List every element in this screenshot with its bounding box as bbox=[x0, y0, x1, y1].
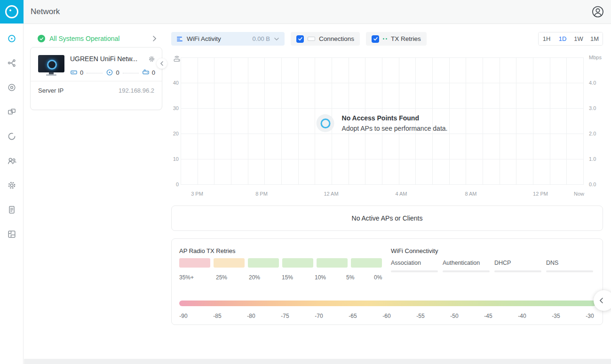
wifi-activity-value: 0.00 B bbox=[252, 35, 270, 42]
range-1m-button[interactable]: 1M bbox=[587, 32, 603, 45]
activity-bars-icon bbox=[177, 37, 183, 41]
tx-bucket-swatch bbox=[214, 258, 245, 268]
empty-state-subtitle: Adopt APs to see performance data. bbox=[342, 125, 448, 132]
no-active-banner-text: No Active APs or Clients bbox=[352, 214, 423, 222]
connectivity-column-dhcp: DHCP bbox=[494, 260, 541, 272]
server-ip-label: Server IP bbox=[38, 87, 63, 94]
sidebar-item-settings[interactable] bbox=[7, 181, 16, 190]
tx-retries-legend-title: AP Radio TX Retries bbox=[179, 247, 235, 254]
connections-series-swatch bbox=[308, 37, 315, 41]
rssi-scale-labels: -90 -85 -80 -75 -70 -65 -60 -55 -50 -45 … bbox=[179, 313, 596, 319]
y-axis-tick: 40 bbox=[171, 80, 179, 86]
system-log-icon bbox=[7, 205, 16, 214]
server-ip-row: Server IP 192.168.96.2 bbox=[31, 81, 162, 100]
connections-checkbox[interactable] bbox=[296, 35, 304, 43]
tx-bucket-label: 10% bbox=[315, 274, 326, 281]
y-axis-tick: 20 bbox=[171, 131, 179, 136]
page-title: Network bbox=[31, 0, 60, 24]
tx-bucket-label: 20% bbox=[249, 274, 260, 281]
gateway-icon bbox=[142, 69, 150, 76]
chevron-down-icon[interactable] bbox=[274, 38, 279, 40]
footer-strip bbox=[24, 359, 611, 364]
connections-toggle[interactable]: Connections bbox=[291, 32, 360, 46]
tx-retries-series-swatch bbox=[383, 38, 387, 40]
console-settings-gear-icon[interactable] bbox=[148, 55, 155, 63]
y-axis-right-tick: 3.0 bbox=[589, 105, 596, 111]
sidebar-item-topology[interactable] bbox=[7, 58, 16, 68]
console-name: UGREEN UniFi Netw... bbox=[70, 55, 137, 63]
dashboard-icon bbox=[7, 34, 16, 43]
tx-bucket-label: 15% bbox=[282, 274, 293, 281]
panel-collapse-button[interactable] bbox=[157, 58, 167, 69]
topbar: Network bbox=[0, 0, 611, 24]
tx-bucket-swatch bbox=[351, 258, 382, 268]
console-info: UGREEN UniFi Netw... 0 bbox=[70, 55, 155, 76]
tx-retries-toggle[interactable]: TX Retries bbox=[366, 32, 427, 46]
unifi-logo-icon bbox=[5, 5, 18, 18]
console-base bbox=[46, 74, 56, 76]
sidebar-item-dashboard[interactable] bbox=[7, 34, 16, 43]
ap-icon bbox=[106, 69, 113, 76]
client-devices-icon bbox=[7, 107, 16, 117]
sidebar-item-unifi-devices[interactable] bbox=[7, 83, 16, 92]
check-icon bbox=[373, 36, 378, 41]
connectivity-progress-track bbox=[443, 270, 490, 272]
rssi-tick: -90 bbox=[179, 313, 187, 319]
ap-counter: 0 bbox=[106, 69, 119, 76]
tx-bucket-swatch bbox=[248, 258, 279, 268]
x-axis-tick: 4 AM bbox=[395, 191, 407, 197]
unifi-devices-icon bbox=[7, 83, 16, 92]
user-avatar-icon[interactable] bbox=[592, 6, 604, 18]
ap-circle-icon bbox=[317, 114, 334, 132]
gateway-counter: 0 bbox=[142, 69, 155, 76]
gateway-count: 0 bbox=[152, 69, 155, 76]
y-axis-right-tick: 2.0 bbox=[589, 131, 596, 136]
x-axis-tick: 12 AM bbox=[324, 191, 338, 197]
status-label: All Systems Operational bbox=[49, 35, 119, 42]
range-1w-button[interactable]: 1W bbox=[571, 32, 587, 45]
sidebar-item-clients[interactable] bbox=[7, 156, 16, 166]
sidebar-item-client-devices[interactable] bbox=[7, 107, 16, 117]
chart-empty-state: No Access Points Found Adopt APs to see … bbox=[317, 114, 448, 132]
console-card[interactable]: UGREEN UniFi Netw... 0 bbox=[30, 47, 162, 110]
system-status-row[interactable]: All Systems Operational bbox=[38, 33, 156, 44]
sidebar-item-system-log[interactable] bbox=[7, 205, 16, 214]
x-axis-tick: 8 PM bbox=[255, 191, 268, 197]
sidebar-item-floorplan[interactable] bbox=[7, 229, 16, 239]
connectivity-label: Authentication bbox=[443, 260, 490, 266]
range-1h-button[interactable]: 1H bbox=[539, 32, 555, 45]
x-axis-tick: 12 PM bbox=[533, 191, 548, 197]
connectivity-progress-track bbox=[391, 270, 438, 272]
no-active-banner: No Active APs or Clients bbox=[171, 206, 603, 231]
connectivity-label: Association bbox=[391, 260, 438, 266]
y-axis-tick: 30 bbox=[171, 105, 179, 111]
console-thumbnail bbox=[38, 55, 64, 76]
connectivity-column-association: Association bbox=[391, 260, 438, 272]
rssi-tick: -30 bbox=[586, 313, 594, 319]
wifi-activity-selector[interactable]: WiFi Activity 0.00 B bbox=[171, 32, 285, 46]
rssi-gradient-bar bbox=[179, 301, 596, 306]
console-card-main: UGREEN UniFi Netw... 0 bbox=[31, 47, 162, 81]
range-1d-button[interactable]: 1D bbox=[555, 32, 571, 45]
y-axis-right-tick: 4.0 bbox=[589, 80, 596, 86]
tx-bucket-label: 0% bbox=[374, 274, 382, 281]
y-axis-tick: 0 bbox=[171, 182, 179, 187]
tx-bucket-swatch bbox=[179, 258, 210, 268]
chevron-right-icon[interactable] bbox=[153, 36, 156, 41]
tx-bucket-label: 25% bbox=[216, 274, 227, 281]
y-axis-unit: Mbps bbox=[589, 55, 602, 60]
tx-bucket-label: 5% bbox=[346, 274, 354, 281]
right-panel-collapse-button[interactable] bbox=[594, 290, 611, 311]
performance-chart: 40 30 20 10 0 Mbps 4.0 3.0 2.0 1.0 0.0 3… bbox=[171, 52, 603, 198]
unifi-logo-button[interactable] bbox=[0, 0, 24, 24]
legend-card: AP Radio TX Retries 35%+ 25% 20% 15% 10%… bbox=[171, 238, 603, 325]
rssi-tick: -75 bbox=[281, 313, 289, 319]
connectivity-column-authentication: Authentication bbox=[443, 260, 490, 272]
connectivity-progress-track bbox=[494, 270, 541, 272]
connectivity-progress-track bbox=[546, 270, 593, 272]
sidebar-item-insights[interactable] bbox=[7, 132, 16, 141]
tx-retries-label: TX Retries bbox=[391, 35, 421, 42]
wifi-connectivity-columns: Association Authentication DHCP DNS bbox=[391, 260, 598, 272]
connectivity-column-dns: DNS bbox=[546, 260, 593, 272]
tx-retries-checkbox[interactable] bbox=[372, 35, 379, 43]
